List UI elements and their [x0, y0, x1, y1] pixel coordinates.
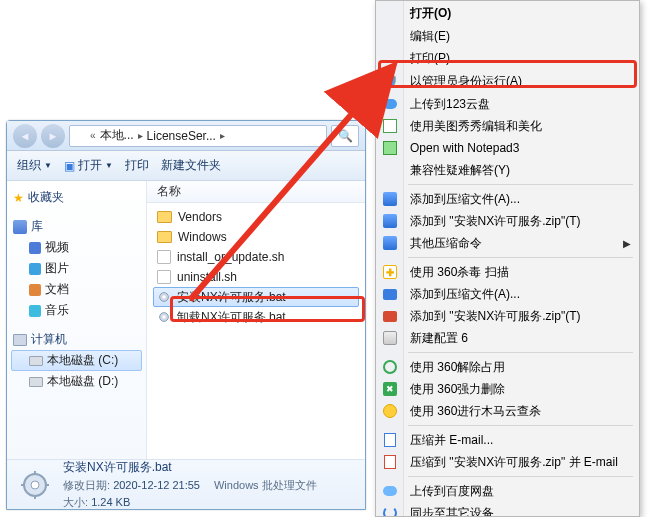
menu-run-as-admin[interactable]: 以管理员身份运行(A)	[376, 69, 639, 93]
newfolder-button[interactable]: 新建文件夹	[161, 157, 221, 174]
print-button[interactable]: 打印	[125, 157, 149, 174]
list-item[interactable]: uninstall.sh	[153, 267, 359, 287]
archive-icon	[382, 432, 398, 448]
drive-icon	[29, 377, 43, 387]
breadcrumb[interactable]: « 本地... ▸ LicenseSer... ▸	[69, 125, 327, 147]
file-thumbnail	[17, 467, 53, 503]
menu-zip-email-named[interactable]: 压缩到 "安装NX许可服务.zip" 并 E-mail	[376, 451, 639, 473]
baidu-icon	[382, 483, 398, 499]
archive-icon	[382, 213, 398, 229]
address-bar: ◄ ► « 本地... ▸ LicenseSer... ▸ 🔍	[7, 121, 365, 151]
search-icon: 🔍	[338, 129, 353, 143]
explorer-window: ◄ ► « 本地... ▸ LicenseSer... ▸ 🔍 组织▼ ▣打开▼…	[6, 120, 366, 510]
menu-edit[interactable]: 编辑(E)	[376, 25, 639, 47]
chevron-right-icon: ▶	[623, 238, 631, 249]
list-item-selected[interactable]: 安装NX许可服务.bat	[153, 287, 359, 307]
nav-back-button[interactable]: ◄	[13, 124, 37, 148]
batch-file-icon	[157, 290, 171, 304]
menu-upload-123[interactable]: 上传到123云盘	[376, 93, 639, 115]
list-item[interactable]: Vendors	[153, 207, 359, 227]
svg-point-5	[31, 481, 39, 489]
menu-zip-email[interactable]: 压缩并 E-mail...	[376, 429, 639, 451]
archive-icon	[382, 191, 398, 207]
open-button[interactable]: ▣打开▼	[64, 157, 113, 174]
tree-music[interactable]: 音乐	[11, 300, 142, 321]
computer-icon	[13, 334, 27, 346]
folder-icon	[157, 211, 172, 223]
360-icon	[382, 403, 398, 419]
meitu-icon	[382, 118, 398, 134]
list-item[interactable]: Windows	[153, 227, 359, 247]
picture-icon	[29, 263, 41, 275]
svg-point-3	[162, 315, 166, 319]
nav-forward-button[interactable]: ►	[41, 124, 65, 148]
nav-tree[interactable]: ★收藏夹 库 视频 图片 文档 音乐 计算机 本地磁盘 (C:) 本地磁盘 (D…	[7, 181, 147, 459]
menu-add-named-zip-2[interactable]: 添加到 "安装NX许可服务.zip"(T)	[376, 305, 639, 327]
status-size-label: 大小:	[63, 496, 88, 508]
file-icon	[157, 250, 171, 264]
folder-icon	[74, 131, 86, 141]
tree-pictures[interactable]: 图片	[11, 258, 142, 279]
menu-baidu-upload[interactable]: 上传到百度网盘	[376, 480, 639, 502]
list-item[interactable]: install_or_update.sh	[153, 247, 359, 267]
library-icon	[13, 220, 27, 234]
sync-icon	[382, 505, 398, 517]
toolbar: 组织▼ ▣打开▼ 打印 新建文件夹	[7, 151, 365, 181]
status-mod-value: 2020-12-12 21:55	[113, 479, 200, 491]
star-icon: ★	[13, 191, 24, 205]
search-input[interactable]: 🔍	[331, 125, 359, 147]
tree-computer[interactable]: 计算机	[11, 329, 142, 350]
notepad3-icon	[382, 140, 398, 156]
music-icon	[29, 305, 41, 317]
tree-libraries[interactable]: 库	[11, 216, 142, 237]
status-mod-label: 修改日期:	[63, 479, 110, 491]
archive-icon	[382, 454, 398, 470]
crumb-segment[interactable]: 本地...	[100, 127, 134, 144]
status-type: Windows 批处理文件	[214, 478, 317, 493]
file-list: 名称 Vendors Windows install_or_update.sh …	[147, 181, 365, 459]
archive-icon	[382, 286, 398, 302]
menu-print[interactable]: 打印(P)	[376, 47, 639, 69]
batch-file-icon	[157, 310, 171, 324]
menu-add-named-zip[interactable]: 添加到 "安装NX许可服务.zip"(T)	[376, 210, 639, 232]
menu-new-config[interactable]: 新建配置 6	[376, 327, 639, 349]
file-icon	[157, 270, 171, 284]
list-item[interactable]: 卸载NX许可服务.bat	[153, 307, 359, 327]
menu-360-unlock[interactable]: 使用 360解除占用	[376, 356, 639, 378]
video-icon	[29, 242, 41, 254]
menu-360-trojan[interactable]: 使用 360进行木马云查杀	[376, 400, 639, 422]
column-header-name[interactable]: 名称	[147, 181, 365, 203]
organize-button[interactable]: 组织▼	[17, 157, 52, 174]
archive-icon	[382, 235, 398, 251]
svg-point-1	[162, 295, 166, 299]
tree-video[interactable]: 视频	[11, 237, 142, 258]
menu-add-archive[interactable]: 添加到压缩文件(A)...	[376, 188, 639, 210]
menu-sync-other[interactable]: 同步至其它设备	[376, 502, 639, 517]
menu-open[interactable]: 打开(O)	[376, 1, 639, 25]
tree-drive-c[interactable]: 本地磁盘 (C:)	[11, 350, 142, 371]
shield-icon	[382, 73, 398, 89]
menu-other-zip[interactable]: 其他压缩命令▶	[376, 232, 639, 254]
360av-icon: ✚	[382, 264, 398, 280]
folder-icon	[157, 231, 172, 243]
cloud-icon	[382, 96, 398, 112]
menu-meitu[interactable]: 使用美图秀秀编辑和美化	[376, 115, 639, 137]
menu-compat[interactable]: 兼容性疑难解答(Y)	[376, 159, 639, 181]
archive-icon	[382, 308, 398, 324]
document-icon	[29, 284, 41, 296]
drive-icon	[29, 356, 43, 366]
config-icon	[382, 330, 398, 346]
menu-add-archive-2[interactable]: 添加到压缩文件(A)...	[376, 283, 639, 305]
360-icon: ✖	[382, 381, 398, 397]
menu-360-force-delete[interactable]: ✖使用 360强力删除	[376, 378, 639, 400]
menu-360-scan[interactable]: ✚使用 360杀毒 扫描	[376, 261, 639, 283]
tree-favorites[interactable]: ★收藏夹	[11, 187, 142, 208]
tree-drive-d[interactable]: 本地磁盘 (D:)	[11, 371, 142, 392]
crumb-segment[interactable]: LicenseSer...	[147, 129, 216, 143]
context-menu: 打开(O) 编辑(E) 打印(P) 以管理员身份运行(A) 上传到123云盘 使…	[375, 0, 640, 517]
menu-notepad3[interactable]: Open with Notepad3	[376, 137, 639, 159]
status-size-value: 1.24 KB	[91, 496, 130, 508]
tree-documents[interactable]: 文档	[11, 279, 142, 300]
360-icon	[382, 359, 398, 375]
status-bar: 安装NX许可服务.bat 修改日期: 2020-12-12 21:55 Wind…	[7, 459, 365, 509]
